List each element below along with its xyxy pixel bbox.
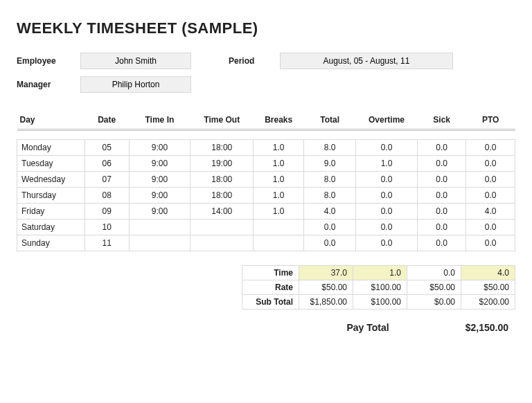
- col-day: Day: [17, 111, 85, 130]
- period-label: Period: [229, 56, 270, 66]
- summary-time-overtime: 1.0: [353, 266, 407, 280]
- cell-time_in[interactable]: 9:00: [129, 204, 190, 220]
- cell-time_out[interactable]: 18:00: [190, 172, 254, 188]
- summary-time-sick: 0.0: [407, 266, 461, 280]
- cell-time_in[interactable]: 9:00: [129, 140, 190, 156]
- summary-rate-total: $50.00: [299, 280, 353, 295]
- cell-sick[interactable]: 0.0: [417, 156, 466, 172]
- cell-breaks[interactable]: [254, 220, 304, 235]
- cell-overtime[interactable]: 0.0: [356, 220, 418, 235]
- table-row: Monday059:0018:001.08.00.00.00.0: [17, 140, 515, 156]
- table-row: Tuesday069:0019:001.09.01.00.00.0: [17, 156, 515, 172]
- col-breaks: Breaks: [254, 111, 304, 130]
- cell-time_in[interactable]: 9:00: [129, 188, 190, 204]
- table-row: Friday099:0014:001.04.00.00.04.0: [17, 204, 515, 220]
- summary-rate-overtime: $100.00: [353, 280, 407, 295]
- cell-time_in[interactable]: 9:00: [129, 172, 190, 188]
- cell-pto[interactable]: 0.0: [466, 188, 515, 204]
- table-row: Thursday089:0018:001.08.00.00.00.0: [17, 188, 515, 204]
- cell-sick[interactable]: 0.0: [417, 204, 466, 220]
- manager-row: Manager: [17, 76, 515, 93]
- cell-sick[interactable]: 0.0: [417, 172, 466, 188]
- cell-date[interactable]: 07: [85, 172, 129, 188]
- cell-date[interactable]: 08: [85, 188, 129, 204]
- table-row: Saturday100.00.00.00.0: [17, 220, 515, 235]
- summary-rate-label: Rate: [242, 280, 299, 295]
- cell-overtime[interactable]: 1.0: [356, 156, 418, 172]
- cell-day[interactable]: Friday: [17, 204, 85, 220]
- pay-total-row: Pay Total $2,150.00: [17, 322, 515, 333]
- summary-rate-pto: $50.00: [461, 280, 515, 295]
- cell-date[interactable]: 11: [85, 235, 129, 251]
- cell-total[interactable]: 9.0: [304, 156, 356, 172]
- table-row: Wednesday079:0018:001.08.00.00.00.0: [17, 172, 515, 188]
- cell-pto[interactable]: 4.0: [466, 204, 515, 220]
- cell-time_out[interactable]: [190, 220, 254, 235]
- summary-rate-sick: $50.00: [407, 280, 461, 295]
- cell-pto[interactable]: 0.0: [466, 172, 515, 188]
- cell-total[interactable]: 0.0: [304, 235, 356, 251]
- cell-overtime[interactable]: 0.0: [356, 188, 418, 204]
- summary-subtotal-row: Sub Total $1,850.00 $100.00 $0.00 $200.0…: [242, 295, 515, 310]
- cell-day[interactable]: Thursday: [17, 188, 85, 204]
- summary-rate-row: Rate $50.00 $100.00 $50.00 $50.00: [242, 280, 515, 295]
- cell-time_out[interactable]: [190, 235, 254, 251]
- cell-total[interactable]: 8.0: [304, 188, 356, 204]
- period-field[interactable]: [280, 53, 453, 69]
- col-time-in: Time In: [129, 111, 190, 130]
- summary-subtotal-pto: $200.00: [461, 295, 515, 310]
- summary-table: Time 37.0 1.0 0.0 4.0 Rate $50.00 $100.0…: [242, 265, 515, 310]
- col-pto: PTO: [466, 111, 515, 130]
- cell-time_in[interactable]: [129, 235, 190, 251]
- cell-total[interactable]: 4.0: [304, 204, 356, 220]
- cell-total[interactable]: 8.0: [304, 172, 356, 188]
- timesheet-table: Day Date Time In Time Out Breaks Total O…: [17, 111, 515, 251]
- cell-breaks[interactable]: 1.0: [254, 172, 304, 188]
- cell-breaks[interactable]: 1.0: [254, 140, 304, 156]
- cell-overtime[interactable]: 0.0: [356, 235, 418, 251]
- cell-date[interactable]: 05: [85, 140, 129, 156]
- cell-pto[interactable]: 0.0: [466, 140, 515, 156]
- cell-total[interactable]: 0.0: [304, 220, 356, 235]
- cell-time_out[interactable]: 19:00: [190, 156, 254, 172]
- page-title: WEEKLY TIMESHEET (SAMPLE): [17, 19, 515, 37]
- cell-sick[interactable]: 0.0: [417, 188, 466, 204]
- cell-sick[interactable]: 0.0: [417, 140, 466, 156]
- summary-time-pto: 4.0: [461, 266, 515, 280]
- cell-date[interactable]: 06: [85, 156, 129, 172]
- cell-total[interactable]: 8.0: [304, 140, 356, 156]
- col-total: Total: [304, 111, 356, 130]
- cell-day[interactable]: Monday: [17, 140, 85, 156]
- col-time-out: Time Out: [190, 111, 254, 130]
- cell-overtime[interactable]: 0.0: [356, 204, 418, 220]
- cell-time_in[interactable]: [129, 220, 190, 235]
- cell-day[interactable]: Wednesday: [17, 172, 85, 188]
- cell-pto[interactable]: 0.0: [466, 156, 515, 172]
- cell-breaks[interactable]: 1.0: [254, 204, 304, 220]
- manager-field[interactable]: [80, 76, 191, 93]
- cell-time_out[interactable]: 18:00: [190, 188, 254, 204]
- cell-time_in[interactable]: 9:00: [129, 156, 190, 172]
- cell-overtime[interactable]: 0.0: [356, 140, 418, 156]
- cell-overtime[interactable]: 0.0: [356, 172, 418, 188]
- cell-date[interactable]: 10: [85, 220, 129, 235]
- cell-breaks[interactable]: [254, 235, 304, 251]
- cell-breaks[interactable]: 1.0: [254, 188, 304, 204]
- cell-time_out[interactable]: 14:00: [190, 204, 254, 220]
- cell-day[interactable]: Sunday: [17, 235, 85, 251]
- cell-pto[interactable]: 0.0: [466, 220, 515, 235]
- employee-row: Employee Period: [17, 53, 515, 69]
- cell-time_out[interactable]: 18:00: [190, 140, 254, 156]
- employee-field[interactable]: [80, 53, 191, 69]
- cell-sick[interactable]: 0.0: [417, 235, 466, 251]
- cell-sick[interactable]: 0.0: [417, 220, 466, 235]
- cell-breaks[interactable]: 1.0: [254, 156, 304, 172]
- cell-day[interactable]: Tuesday: [17, 156, 85, 172]
- pay-total-value: $2,150.00: [466, 322, 508, 333]
- employee-label: Employee: [17, 56, 71, 66]
- table-header-row: Day Date Time In Time Out Breaks Total O…: [17, 111, 515, 130]
- summary-time-row: Time 37.0 1.0 0.0 4.0: [242, 266, 515, 280]
- cell-date[interactable]: 09: [85, 204, 129, 220]
- cell-pto[interactable]: 0.0: [466, 235, 515, 251]
- cell-day[interactable]: Saturday: [17, 220, 85, 235]
